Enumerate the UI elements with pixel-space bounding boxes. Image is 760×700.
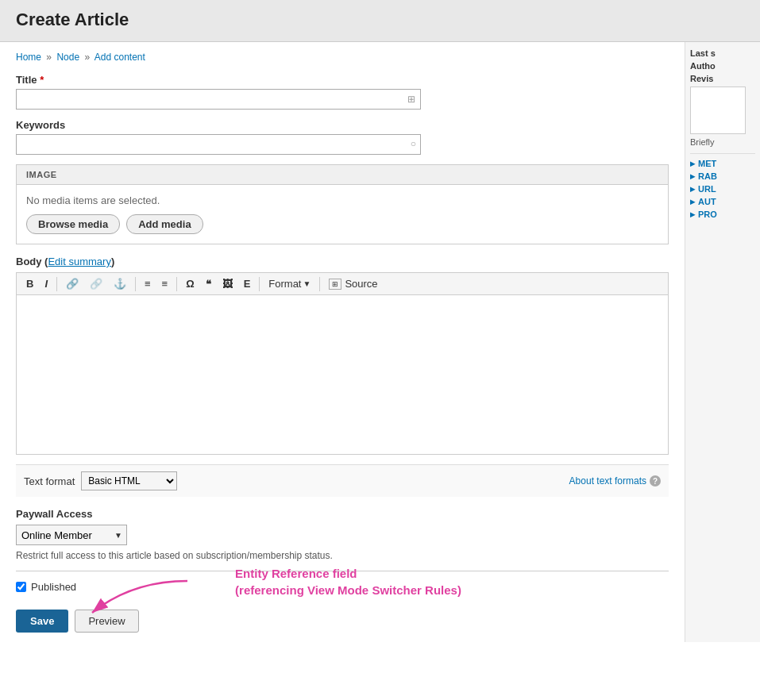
sidebar-pro-label: PRO [698, 210, 717, 219]
sidebar-revision-box [690, 87, 746, 134]
link-button[interactable]: 🔗 [61, 276, 83, 291]
about-formats-link[interactable]: About text formats ? [569, 475, 661, 487]
about-formats-label: About text formats [569, 475, 646, 487]
editor-container: B I 🔗 🔗 ⚓ ≡ ≡ Ω ❝ 🖼 E Format [16, 272, 669, 455]
tri-icon-url: ▶ [690, 186, 695, 193]
format-label: Format [268, 278, 301, 290]
sidebar-last-saved: Last s [690, 48, 755, 58]
paywall-select-wrapper: Online Member Subscriber Public ▼ [16, 525, 127, 545]
embed-button[interactable]: E [239, 276, 256, 291]
toolbar-sep-4 [259, 277, 260, 291]
sidebar-met-label: MET [698, 159, 716, 168]
image-section-header: IMAGE [17, 165, 668, 185]
annotation-area: Entity Reference field (referencing View… [203, 565, 461, 598]
sidebar: Last s Autho Revis Briefly ▶ MET ▶ RAB ▶… [685, 42, 760, 642]
toolbar-sep-5 [319, 277, 320, 291]
image-section: IMAGE No media items are selected. Brows… [16, 164, 669, 244]
toolbar-sep-1 [56, 277, 57, 291]
sidebar-briefly-label: Briefly [690, 137, 755, 147]
paywall-select[interactable]: Online Member Subscriber Public [16, 525, 127, 545]
bullet-list-button[interactable]: ≡ [140, 276, 156, 291]
title-input-wrapper: ⊞ [16, 89, 421, 110]
text-format-left: Text format Basic HTML Full HTML Plain t… [24, 471, 177, 490]
omega-button[interactable]: Ω [181, 276, 199, 291]
source-button[interactable]: ⊞ Source [324, 276, 382, 291]
main-content: Home » Node » Add content Title * ⊞ Keyw… [0, 42, 685, 642]
body-field-group: Body (Edit summary) B I 🔗 🔗 ⚓ ≡ ≡ Ω ❝ [16, 256, 669, 455]
title-icon: ⊞ [407, 94, 415, 105]
add-media-button[interactable]: Add media [126, 214, 203, 234]
paywall-section: Paywall Access Online Member Subscriber … [16, 508, 669, 561]
paywall-label: Paywall Access [16, 508, 669, 520]
format-button[interactable]: Format ▼ [264, 276, 315, 291]
ordered-list-button[interactable]: ≡ [157, 276, 173, 291]
no-media-text: No media items are selected. [26, 194, 658, 206]
unlink-button[interactable]: 🔗 [85, 276, 107, 291]
keywords-field-group: Keywords ○ [16, 119, 669, 155]
editor-toolbar: B I 🔗 🔗 ⚓ ≡ ≡ Ω ❝ 🖼 E Format [17, 273, 668, 295]
tri-icon-rab: ▶ [690, 173, 695, 180]
keywords-search-icon: ○ [411, 138, 416, 149]
keywords-label: Keywords [16, 119, 669, 131]
save-button[interactable]: Save [16, 610, 68, 633]
tri-icon-met: ▶ [690, 160, 695, 167]
breadcrumb: Home » Node » Add content [16, 52, 669, 63]
published-row: Published Entity Reference field (refere… [16, 581, 669, 598]
sidebar-expand-url[interactable]: ▶ URL [690, 184, 755, 194]
sidebar-url-label: URL [698, 184, 716, 194]
annotation-text: Entity Reference field (referencing View… [235, 565, 461, 598]
image-section-body: No media items are selected. Browse medi… [17, 185, 668, 244]
text-format-select[interactable]: Basic HTML Full HTML Plain text Restrict… [81, 471, 177, 490]
tri-icon-aut: ▶ [690, 198, 695, 206]
image-button[interactable]: 🖼 [218, 276, 237, 291]
sidebar-sections: ▶ MET ▶ RAB ▶ URL ▶ AUT ▶ PRO [690, 153, 755, 219]
title-label: Title * [16, 74, 669, 86]
sidebar-author: Autho [690, 61, 755, 71]
sidebar-expand-met[interactable]: ▶ MET [690, 159, 755, 168]
annotation-arrow [84, 573, 195, 621]
published-check: Published [16, 581, 76, 593]
page-header: Create Article [0, 0, 760, 42]
sidebar-expand-aut[interactable]: ▶ AUT [690, 197, 755, 206]
toolbar-sep-3 [176, 277, 177, 291]
breadcrumb-home[interactable]: Home [16, 52, 41, 63]
italic-button[interactable]: I [40, 276, 52, 291]
bold-button[interactable]: B [21, 276, 38, 291]
sidebar-rab-label: RAB [698, 171, 717, 181]
source-label: Source [345, 278, 377, 290]
tri-icon-pro: ▶ [690, 211, 695, 218]
page-title: Create Article [16, 10, 744, 30]
published-label: Published [31, 581, 76, 593]
sidebar-revision: Revis [690, 74, 755, 83]
toolbar-sep-2 [135, 277, 136, 291]
media-buttons: Browse media Add media [26, 214, 658, 234]
body-label: Body (Edit summary) [16, 256, 669, 267]
browse-media-button[interactable]: Browse media [26, 214, 120, 234]
text-format-bar: Text format Basic HTML Full HTML Plain t… [16, 464, 669, 497]
source-icon: ⊞ [329, 279, 341, 290]
title-field-group: Title * ⊞ [16, 74, 669, 110]
keywords-input[interactable] [16, 134, 421, 155]
edit-summary-link[interactable]: Edit summary [48, 256, 110, 267]
anchor-button[interactable]: ⚓ [109, 276, 131, 291]
sidebar-expand-pro[interactable]: ▶ PRO [690, 210, 755, 219]
breadcrumb-node[interactable]: Node [56, 52, 79, 63]
editor-body[interactable] [17, 295, 668, 454]
text-format-label: Text format [24, 475, 75, 487]
sidebar-expand-rab[interactable]: ▶ RAB [690, 171, 755, 181]
sidebar-aut-label: AUT [698, 197, 716, 206]
format-arrow-icon: ▼ [303, 279, 311, 288]
published-checkbox[interactable] [16, 582, 26, 592]
breadcrumb-add-content[interactable]: Add content [95, 52, 145, 63]
help-icon: ? [650, 475, 661, 487]
title-input[interactable] [21, 94, 407, 106]
blockquote-button[interactable]: ❝ [201, 276, 216, 291]
paywall-description: Restrict full access to this article bas… [16, 550, 669, 561]
